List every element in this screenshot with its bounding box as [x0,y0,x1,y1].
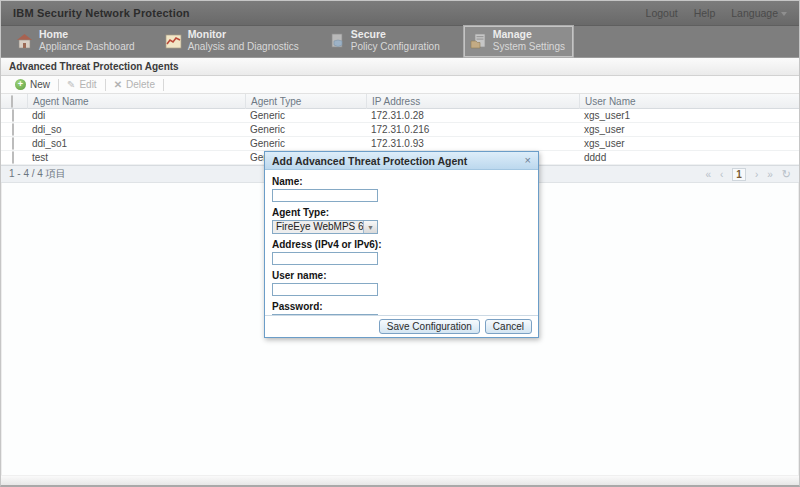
app-window: IBM Security Network Protection Logout H… [0,0,800,487]
cell-agent-name: ddi_so [27,123,245,137]
next-page-icon[interactable]: › [755,169,758,180]
tab-subtitle: Policy Configuration [351,41,440,54]
delete-button-label: Delete [126,79,155,90]
username-label: User name: [272,270,531,281]
first-page-icon[interactable]: « [705,169,711,180]
agents-toolbar: + New ✎ Edit ✕ Delete [1,76,799,94]
new-button-label: New [30,79,50,90]
cell-agent-type: Generic [245,109,366,123]
column-header-user-name[interactable]: User Name [579,94,799,109]
refresh-icon[interactable]: ↻ [782,168,791,181]
cell-agent-type: Generic [245,123,366,137]
close-icon[interactable]: × [525,155,531,166]
help-link[interactable]: Help [694,7,716,19]
logout-link[interactable]: Logout [646,7,678,19]
edit-button[interactable]: ✎ Edit [59,78,105,92]
top-title-bar: IBM Security Network Protection Logout H… [1,1,799,26]
table-row[interactable]: ddi Generic 172.31.0.28 xgs_user1 [1,109,799,123]
toolbar-divider [163,79,164,91]
language-menu[interactable]: Language [731,7,787,19]
address-label: Address (IPv4 or IPv6): [272,239,531,250]
agent-type-label: Agent Type: [272,207,531,218]
delete-icon: ✕ [114,79,122,90]
tab-subtitle: System Settings [493,41,565,54]
cell-user-name: xgs_user [579,123,799,137]
delete-button[interactable]: ✕ Delete [106,78,163,92]
row-checkbox[interactable] [12,137,14,150]
tab-manage[interactable]: Manage System Settings [463,25,574,58]
dialog-title-bar: Add Advanced Threat Protection Agent × [265,152,538,170]
cancel-button[interactable]: Cancel [485,319,532,334]
secure-shield-icon [329,33,345,49]
cell-ip-address: 172.31.0.28 [366,109,579,123]
add-icon: + [15,79,26,90]
tab-title: Monitor [188,28,299,41]
tab-title: Home [39,28,135,41]
new-button[interactable]: + New [7,78,58,92]
row-checkbox[interactable] [12,109,14,122]
agent-type-select[interactable]: FireEye WebMPS 6.2 ▼ [272,220,378,234]
app-title: IBM Security Network Protection [13,7,190,19]
username-field[interactable] [272,283,378,296]
cell-agent-type: Generic [245,137,366,151]
cell-agent-name: test [27,151,245,165]
cell-ip-address: 172.31.0.216 [366,123,579,137]
table-header-row: Agent Name Agent Type IP Address User Na… [1,94,799,109]
cell-agent-name: ddi_so1 [27,137,245,151]
main-nav: Home Appliance Dashboard Monitor Analysi… [1,26,799,58]
home-icon [16,33,33,49]
chevron-down-icon [781,12,787,16]
edit-button-label: Edit [79,79,96,90]
address-field[interactable] [272,252,378,265]
tab-subtitle: Appliance Dashboard [39,41,135,54]
manage-settings-icon [470,33,487,49]
footer-bar [1,475,799,487]
dialog-footer: Save Configuration Cancel [265,315,538,337]
chevron-down-icon[interactable]: ▼ [363,221,377,233]
password-label: Password: [272,301,531,312]
name-label: Name: [272,176,531,187]
name-field[interactable] [272,189,378,202]
tab-subtitle: Analysis and Diagnostics [188,41,299,54]
tab-secure[interactable]: Secure Policy Configuration [322,25,449,58]
column-header-agent-name[interactable]: Agent Name [27,94,245,109]
save-configuration-button[interactable]: Save Configuration [379,319,480,334]
row-checkbox[interactable] [12,151,14,164]
agent-type-selected-value: FireEye WebMPS 6.2 [273,221,363,233]
cell-user-name: xgs_user [579,137,799,151]
current-page-number: 1 [732,168,746,181]
monitor-chart-icon [165,34,182,49]
row-checkbox[interactable] [12,123,14,136]
column-header-ip-address[interactable]: IP Address [366,94,579,109]
table-row[interactable]: ddi_so Generic 172.31.0.216 xgs_user [1,123,799,137]
cell-user-name: dddd [579,151,799,165]
add-agent-dialog: Add Advanced Threat Protection Agent × N… [264,151,539,338]
last-page-icon[interactable]: » [767,169,773,180]
select-all-checkbox[interactable] [11,95,13,108]
cell-ip-address: 172.31.0.93 [366,137,579,151]
table-row[interactable]: ddi_so1 Generic 172.31.0.93 xgs_user [1,137,799,151]
section-header: Advanced Threat Protection Agents [1,58,799,76]
cell-user-name: xgs_user1 [579,109,799,123]
column-header-agent-type[interactable]: Agent Type [245,94,366,109]
cell-agent-name: ddi [27,109,245,123]
edit-icon: ✎ [67,79,75,90]
dialog-title: Add Advanced Threat Protection Agent [272,155,467,167]
tab-monitor[interactable]: Monitor Analysis and Diagnostics [158,25,308,58]
dialog-body: Name: Agent Type: FireEye WebMPS 6.2 ▼ A… [265,170,538,327]
language-label: Language [731,7,778,19]
tab-title: Secure [351,28,440,41]
pagination-range-label: 1 - 4 / 4 項目 [9,167,66,181]
tab-home[interactable]: Home Appliance Dashboard [9,25,144,58]
page-title: Advanced Threat Protection Agents [9,61,179,72]
prev-page-icon[interactable]: ‹ [720,169,723,180]
tab-title: Manage [493,28,565,41]
